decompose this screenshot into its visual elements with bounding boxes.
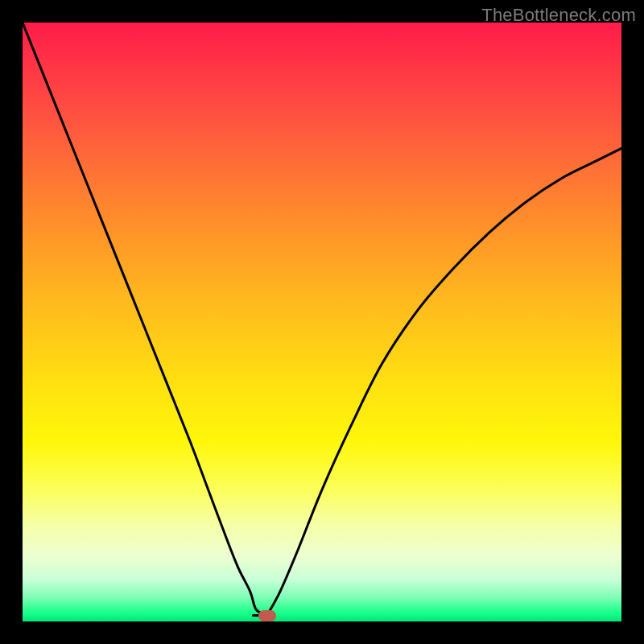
plot-area bbox=[23, 23, 621, 621]
chart-frame: TheBottleneck.com bbox=[0, 0, 644, 644]
optimal-marker bbox=[258, 610, 276, 621]
bottleneck-curve bbox=[23, 23, 621, 621]
watermark-text: TheBottleneck.com bbox=[481, 5, 636, 26]
